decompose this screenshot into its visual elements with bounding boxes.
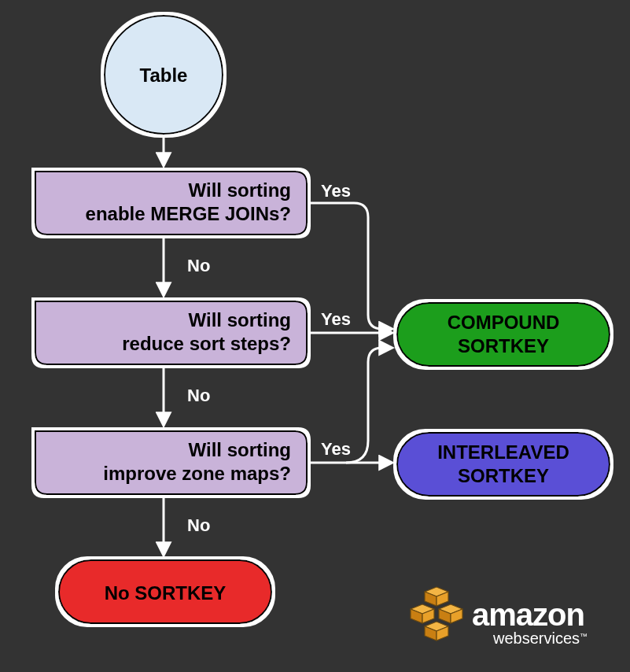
- q3-line2: improve zone maps?: [103, 463, 291, 484]
- q1-line2: enable MERGE JOINs?: [86, 203, 291, 224]
- q2-yes-label: Yes: [321, 309, 351, 329]
- start-label: Table: [140, 65, 188, 86]
- q1-line1: Will sorting: [189, 179, 291, 201]
- outcome-compound: COMPOUND SORTKEY: [397, 303, 610, 366]
- decision-q2: Will sorting reduce sort steps?: [35, 301, 307, 364]
- aws-brand-sub: webservices™: [492, 630, 588, 647]
- decision-q1: Will sorting enable MERGE JOINs?: [35, 172, 307, 234]
- decision-q3: Will sorting improve zone maps?: [35, 431, 307, 494]
- aws-cubes-icon: [411, 587, 462, 641]
- start-node: Table: [105, 16, 223, 134]
- interleaved-line2: SORTKEY: [458, 465, 549, 486]
- arrow-q3-yes-up: [346, 348, 392, 463]
- q3-no-label: No: [187, 515, 210, 535]
- outcome-none: No SORTKEY: [59, 560, 271, 623]
- q3-line1: Will sorting: [189, 439, 291, 460]
- q2-line2: reduce sort steps?: [122, 333, 291, 354]
- q1-yes-label: Yes: [321, 181, 351, 201]
- none-label: No SORTKEY: [105, 582, 227, 604]
- q2-line1: Will sorting: [189, 309, 291, 330]
- aws-brand-main: amazon: [472, 597, 584, 632]
- q2-no-label: No: [187, 386, 210, 405]
- compound-line1: COMPOUND: [448, 312, 560, 333]
- outcome-interleaved: INTERLEAVED SORTKEY: [397, 433, 610, 496]
- compound-line2: SORTKEY: [458, 335, 549, 356]
- q1-no-label: No: [187, 256, 210, 275]
- interleaved-line1: INTERLEAVED: [437, 441, 569, 463]
- aws-logo: amazon webservices™: [411, 587, 588, 647]
- q3-yes-label: Yes: [321, 439, 351, 459]
